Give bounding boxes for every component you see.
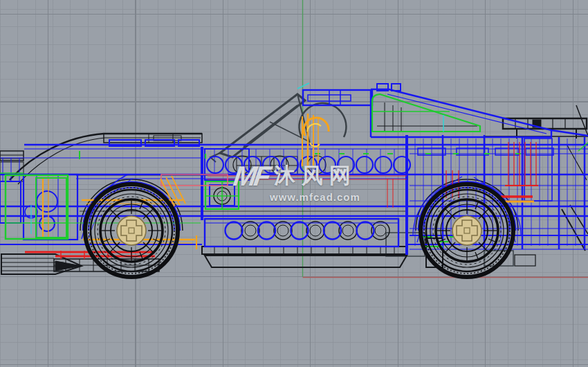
front-wheel-hub [117,216,146,245]
cad-viewport-canvas[interactable]: MF 沐风网 www.mfcad.com [0,0,588,367]
rear-wheel-hub [452,216,481,245]
stud-circle-row-lower [226,222,374,240]
wireframe-drawing [0,0,588,367]
